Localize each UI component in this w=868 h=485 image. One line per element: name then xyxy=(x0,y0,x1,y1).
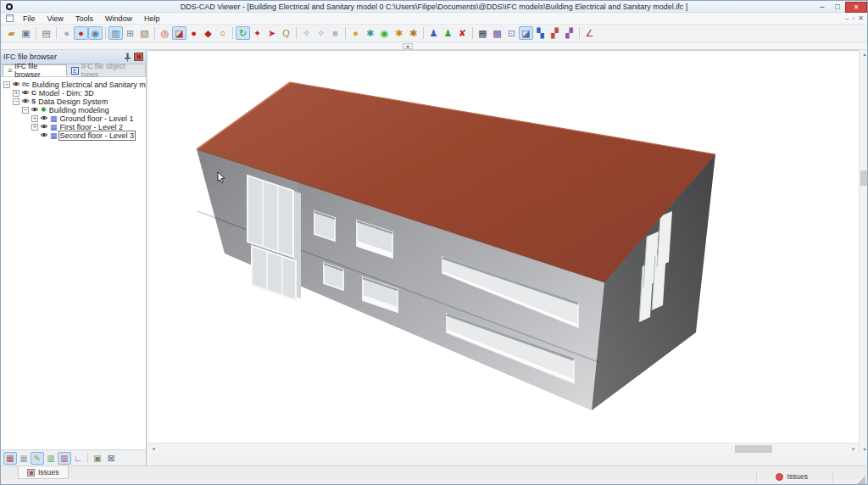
view-3d-cube-icon[interactable]: ◪ xyxy=(519,26,533,40)
tree-item-label[interactable]: Ground floor - Level 1 xyxy=(59,114,135,123)
grid-dark-icon[interactable]: ▦ xyxy=(476,26,490,40)
3d-building-model[interactable] xyxy=(148,51,859,443)
panel-close-icon[interactable] xyxy=(134,53,143,61)
mdi-control-0[interactable]: ‒ xyxy=(845,14,849,22)
model-viewport[interactable] xyxy=(148,50,859,443)
expand-icon[interactable]: + xyxy=(31,124,38,131)
tree-item-building-modeling[interactable]: −✱Building modeling xyxy=(1,106,146,114)
tab-ifc-file-object-types[interactable]: EIFC file object types xyxy=(67,64,146,76)
red-sphere-icon[interactable]: ● xyxy=(186,26,201,40)
edit-pencil-icon[interactable]: ✎ xyxy=(31,452,44,465)
screenshot-icon[interactable]: ▥ xyxy=(108,26,123,40)
save-file-icon[interactable]: ▣ xyxy=(19,26,33,40)
refresh-model-icon[interactable]: ↻ xyxy=(236,26,250,40)
tree-item-model-dim-3d[interactable]: +CModel - Dim: 3D xyxy=(1,89,146,98)
tree-item-label[interactable]: Model - Dim: 3D xyxy=(38,89,95,98)
resize-grip[interactable] xyxy=(857,476,865,484)
tree-item-label[interactable]: Second floor - Level 3 xyxy=(59,131,136,140)
menu-help[interactable]: Help xyxy=(138,14,166,23)
tree-item-label[interactable]: First floor - Level 2 xyxy=(59,123,125,131)
view-grid-icon[interactable]: ▦ xyxy=(17,452,31,465)
restore-button[interactable]: □ xyxy=(830,2,845,13)
red-donut-icon[interactable]: ◎ xyxy=(158,26,172,40)
menu-tools[interactable]: Tools xyxy=(70,14,99,23)
tree-item-first-floor-level-2[interactable]: +▦First floor - Level 2 xyxy=(1,123,146,131)
collapse-icon[interactable]: − xyxy=(13,98,19,105)
scroll-up-icon[interactable]: ▴ xyxy=(860,50,868,59)
expand-icon[interactable]: + xyxy=(31,115,38,122)
window-stack-icon[interactable]: ⊡ xyxy=(504,26,519,40)
visibility-eye-icon[interactable] xyxy=(40,131,48,140)
view-columns-icon[interactable]: ▥ xyxy=(58,452,71,465)
expand-icon[interactable]: + xyxy=(13,90,19,97)
minimize-button[interactable]: ‒ xyxy=(815,2,830,13)
view-sphere-red-icon[interactable]: ● xyxy=(74,26,88,40)
person-blue-icon[interactable]: ♟ xyxy=(426,26,441,40)
horizontal-scroll-thumb[interactable] xyxy=(735,445,772,453)
zoom-document-icon[interactable]: ◉ xyxy=(88,26,103,40)
walk-mode-icon[interactable]: ✦ xyxy=(250,26,264,40)
z-axis-icon[interactable]: ∠ xyxy=(582,26,597,40)
menu-window[interactable]: Window xyxy=(99,14,138,23)
pin-icon[interactable] xyxy=(124,53,131,62)
status-issues-indicator[interactable]: Issues xyxy=(776,472,808,481)
tree-item-building-electrical-and-sanitary-model-ifc[interactable]: −ifcBuilding Electrical and Sanitary mod… xyxy=(1,81,146,89)
collapse-icon[interactable]: − xyxy=(22,107,29,114)
mdi-document-icon[interactable] xyxy=(6,14,14,22)
red-ring-icon[interactable]: ○ xyxy=(215,26,230,40)
mdi-control-2[interactable]: ✕ xyxy=(858,14,864,22)
grid-purple-icon[interactable]: ▩ xyxy=(490,26,504,40)
chart-red-green-icon[interactable]: ▞ xyxy=(548,26,562,40)
sync-green-icon[interactable]: ◉ xyxy=(377,26,392,40)
close-button[interactable]: ✕ xyxy=(845,2,867,13)
open-file-icon[interactable]: ▰ xyxy=(4,26,19,40)
stop-box-icon[interactable]: ■ xyxy=(328,26,342,40)
tree-item-ground-floor-level-1[interactable]: +▦Ground floor - Level 1 xyxy=(1,114,146,123)
tab-ifc-file-browser[interactable]: ≡IFC file browser xyxy=(3,64,67,76)
tree-item-label[interactable]: Data Design System xyxy=(37,98,108,106)
settings-gear-icon[interactable]: ✱ xyxy=(363,26,377,40)
copy-view-icon[interactable]: ▤ xyxy=(39,26,53,40)
visibility-eye-icon[interactable] xyxy=(40,114,48,123)
image-2-icon[interactable]: ⊠ xyxy=(104,452,118,465)
gears-orange-2-icon[interactable]: ✱ xyxy=(406,26,420,40)
collapse-icon[interactable]: − xyxy=(3,81,10,88)
menu-view[interactable]: View xyxy=(42,14,70,23)
combo-dropdown-arrow[interactable]: ▾ xyxy=(403,43,413,49)
tree-item-label[interactable]: Building modeling xyxy=(48,106,110,114)
visibility-eye-icon[interactable] xyxy=(12,81,20,89)
person-green-icon[interactable]: ♟ xyxy=(441,26,455,40)
visibility-eye-icon[interactable] xyxy=(31,106,39,114)
zoom-tool-icon[interactable]: Q xyxy=(279,26,293,40)
chart-purple-icon[interactable]: ▞ xyxy=(562,26,576,40)
visibility-eye-icon[interactable] xyxy=(21,98,30,106)
red-box-3d-icon[interactable]: ◪ xyxy=(172,26,186,40)
red-cube-icon[interactable]: ◆ xyxy=(201,26,215,40)
vertical-scroll-thumb[interactable] xyxy=(860,170,868,186)
mdi-control-1[interactable]: ▫ xyxy=(852,14,854,22)
vertical-scrollbar[interactable]: ▴ ▾ xyxy=(859,50,868,454)
tree-item-data-design-system[interactable]: −SData Design System xyxy=(1,98,146,106)
chart-blue-icon[interactable]: ▚ xyxy=(533,26,548,40)
tree-item-second-floor-level-3[interactable]: ▦Second floor - Level 3 xyxy=(1,131,146,140)
view-sphere-gray-icon[interactable]: ● xyxy=(59,26,74,40)
delete-red-icon[interactable]: ✘ xyxy=(455,26,470,40)
horizontal-scrollbar[interactable]: ◂ ▸ xyxy=(148,443,859,454)
menu-file[interactable]: File xyxy=(17,14,42,23)
issues-tab[interactable]: Issues xyxy=(18,466,69,479)
gears-orange-1-icon[interactable]: ✱ xyxy=(392,26,406,40)
view-leaf-icon[interactable]: ▥ xyxy=(44,452,58,465)
visibility-eye-icon[interactable] xyxy=(40,123,48,131)
scroll-down-icon[interactable]: ▾ xyxy=(860,445,868,454)
tree-item-label[interactable]: Building Electrical and Sanitary model.i… xyxy=(31,81,146,89)
image-1-icon[interactable]: ▣ xyxy=(91,452,104,465)
visibility-eye-icon[interactable] xyxy=(21,89,30,98)
walk-person-2-icon[interactable]: ✧ xyxy=(314,26,328,40)
sun-position-icon[interactable]: ● xyxy=(348,26,363,40)
walk-person-1-icon[interactable]: ✧ xyxy=(299,26,314,40)
view-plan-icon[interactable]: ▦ xyxy=(3,452,17,465)
view-chart-icon[interactable]: ∟ xyxy=(71,452,85,465)
model-package-icon[interactable]: ▧ xyxy=(137,26,152,40)
fly-mode-icon[interactable]: ➤ xyxy=(264,26,279,40)
new-window-icon[interactable]: ⊞ xyxy=(123,26,137,40)
